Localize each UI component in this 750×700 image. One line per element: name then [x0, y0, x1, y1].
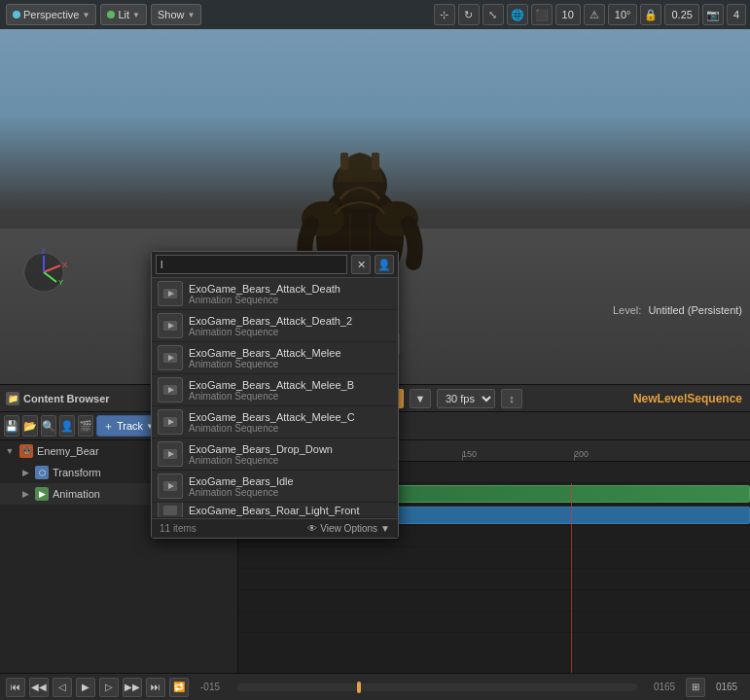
- loop-btn[interactable]: ↕: [501, 389, 522, 408]
- time-end-label: 0165: [647, 682, 682, 692]
- scale-icon[interactable]: ⤡: [482, 4, 504, 25]
- dropdown-item-0[interactable]: ExoGame_Bears_Attack_Death Animation Seq…: [152, 278, 398, 310]
- next-key-btn[interactable]: ▷: [99, 678, 119, 697]
- world-icon[interactable]: 🌐: [507, 4, 528, 25]
- lit-label: Lit: [118, 9, 129, 20]
- translate-icon[interactable]: ⊹: [434, 4, 455, 25]
- play-btn2[interactable]: ▶: [76, 678, 95, 697]
- scrubber-thumb: [357, 682, 361, 693]
- current-time-display: 0165: [709, 682, 744, 692]
- level-text: Level: Untitled (Persistent): [613, 304, 742, 316]
- expand-icon[interactable]: ▼: [4, 445, 16, 457]
- dropdown-item-6[interactable]: ExoGame_Bears_Idle Animation Sequence: [152, 471, 398, 503]
- animation-icon: ▶: [35, 487, 49, 501]
- browse-btn[interactable]: 📂: [22, 415, 38, 437]
- loop-btn2[interactable]: 🔁: [169, 678, 189, 697]
- dropdown-item-4[interactable]: ExoGame_Bears_Attack_Melee_C Animation S…: [152, 406, 398, 438]
- viewport-toolbar: Perspective ▼ Lit ▼ Show ▼ ⊹ ↻ ⤡ 🌐 ⬛ 10 …: [0, 0, 750, 29]
- perspective-dropdown[interactable]: Perspective ▼: [6, 4, 96, 25]
- fps-select[interactable]: 30 fps: [437, 389, 495, 408]
- svg-point-8: [348, 178, 372, 197]
- actor-icon: 🐻: [19, 444, 33, 458]
- dropdown-close-btn[interactable]: ✕: [351, 255, 371, 274]
- seq-dropdown-btn[interactable]: ▼: [410, 389, 431, 408]
- anim-info-7: ExoGame_Bears_Roar_Light_Front: [189, 505, 359, 516]
- step-back-btn[interactable]: ◀◀: [29, 678, 49, 697]
- timeline-row-empty5: [238, 612, 750, 633]
- track-label: Track: [117, 420, 143, 432]
- angle-value: 10°: [608, 4, 638, 25]
- axes-indicator: X Y Z: [19, 248, 68, 297]
- show-dropdown[interactable]: Show ▼: [151, 4, 201, 25]
- anim-type-4: Animation Sequence: [189, 423, 355, 434]
- dropdown-search-input[interactable]: [156, 255, 347, 274]
- dropdown-search-row: ✕ 👤: [152, 252, 398, 278]
- show-label: Show: [158, 9, 185, 20]
- anim-thumb-2: [158, 345, 183, 370]
- go-start-btn[interactable]: ⏮: [6, 678, 25, 697]
- surface-snapping-icon[interactable]: ⬛: [531, 4, 553, 25]
- anim-thumb-7: [158, 503, 183, 518]
- anim-info-0: ExoGame_Bears_Attack_Death Animation Seq…: [189, 283, 340, 305]
- dropdown-item-7[interactable]: ExoGame_Bears_Roar_Light_Front: [152, 503, 398, 518]
- filter-btn[interactable]: 🎬: [78, 415, 93, 437]
- save-btn[interactable]: 💾: [4, 415, 19, 437]
- anim-name-6: ExoGame_Bears_Idle: [189, 475, 294, 487]
- dropdown-item-3[interactable]: ExoGame_Bears_Attack_Melee_B Animation S…: [152, 374, 398, 406]
- ruler-mark-150: 150: [462, 449, 477, 459]
- anim-info-5: ExoGame_Bears_Drop_Down Animation Sequen…: [189, 443, 333, 466]
- svg-text:Z: Z: [41, 248, 46, 256]
- anim-thumb-0: [158, 281, 183, 306]
- rotate-icon[interactable]: ↻: [458, 4, 480, 25]
- anim-type-3: Animation Sequence: [189, 391, 354, 402]
- loop-range-btn[interactable]: ⊞: [686, 678, 705, 697]
- anim-type-1: Animation Sequence: [189, 327, 352, 337]
- dropdown-items-list: ExoGame_Bears_Attack_Death Animation Seq…: [152, 278, 398, 518]
- svg-text:X: X: [62, 261, 68, 269]
- content-browser-title: Content Browser: [23, 393, 110, 404]
- track-name-transform: Transform: [53, 467, 101, 478]
- chevron-down-icon5: ▼: [380, 523, 390, 534]
- view-options-label: View Options: [320, 523, 377, 534]
- track-name-animation: Animation: [53, 488, 100, 500]
- dropdown-item-1[interactable]: ExoGame_Bears_Attack_Death_2 Animation S…: [152, 310, 398, 342]
- perspective-label: Perspective: [23, 9, 79, 20]
- plus-icon: ＋: [103, 419, 114, 434]
- angle-snapping-icon[interactable]: 🔒: [640, 4, 661, 25]
- dropdown-footer: 11 items 👁 View Options ▼: [152, 518, 398, 538]
- content-browser-icon: 📁: [6, 392, 19, 405]
- dropdown-item-5[interactable]: ExoGame_Bears_Drop_Down Animation Sequen…: [152, 438, 398, 471]
- dropdown-item-2[interactable]: ExoGame_Bears_Attack_Melee Animation Seq…: [152, 342, 398, 374]
- prev-key-btn[interactable]: ◁: [53, 678, 72, 697]
- anim-name-7: ExoGame_Bears_Roar_Light_Front: [189, 505, 359, 516]
- right-toolbar: ⊹ ↻ ⤡ 🌐 ⬛ 10 ⚠ 10° 🔒 0.25 📷 4: [434, 4, 746, 25]
- anim-info-6: ExoGame_Bears_Idle Animation Sequence: [189, 475, 294, 498]
- timeline-scrubber[interactable]: [237, 683, 637, 691]
- anim-info-4: ExoGame_Bears_Attack_Melee_C Animation S…: [189, 411, 355, 434]
- snap-value: 4: [727, 4, 746, 25]
- anim-type-5: Animation Sequence: [189, 455, 333, 466]
- anim-name-3: ExoGame_Bears_Attack_Melee_B: [189, 379, 354, 391]
- grid-snapping-icon[interactable]: ⚠: [584, 4, 605, 25]
- time-start-label: -015: [193, 682, 228, 692]
- grid-value: 10: [555, 4, 581, 25]
- timeline-row-empty4: [238, 590, 750, 612]
- search-btn[interactable]: 🔍: [41, 415, 56, 437]
- lit-dropdown[interactable]: Lit ▼: [100, 4, 147, 25]
- view-options-btn[interactable]: 👁 View Options ▼: [307, 523, 390, 534]
- anim-name-1: ExoGame_Bears_Attack_Death_2: [189, 315, 352, 327]
- svg-text:Y: Y: [58, 278, 64, 287]
- dropdown-settings-btn[interactable]: 👤: [375, 255, 394, 274]
- camera-speed-icon[interactable]: 📷: [702, 4, 724, 25]
- anim-name-2: ExoGame_Bears_Attack_Melee: [189, 347, 341, 359]
- timeline-row-empty2: [238, 547, 750, 569]
- go-end-btn[interactable]: ⏭: [146, 678, 165, 697]
- actor-btn[interactable]: 👤: [59, 415, 75, 437]
- ruler-mark-200: 200: [574, 449, 589, 459]
- chevron-down-icon3: ▼: [187, 11, 195, 19]
- anim-thumb-4: [158, 409, 183, 435]
- step-fwd-btn[interactable]: ▶▶: [123, 678, 142, 697]
- anim-name-4: ExoGame_Bears_Attack_Melee_C: [189, 411, 355, 423]
- anim-thumb-3: [158, 377, 183, 402]
- expand-icon2: ▶: [19, 467, 31, 478]
